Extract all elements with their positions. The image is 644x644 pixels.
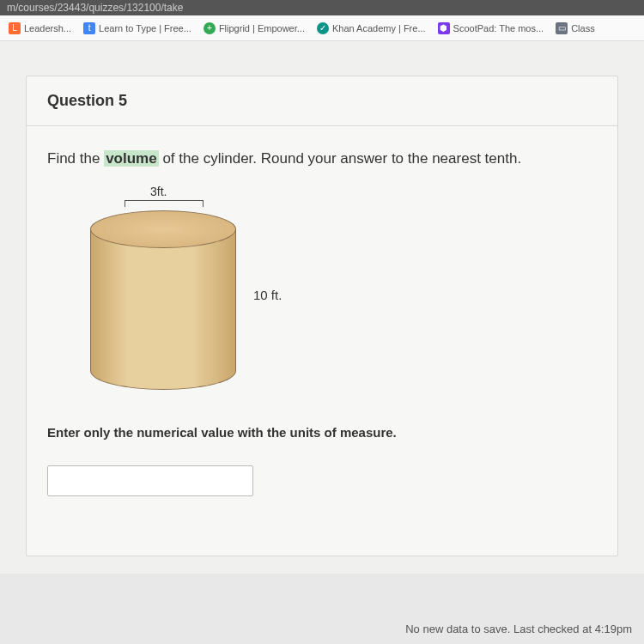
cylinder-figure: 3ft. 10 ft. bbox=[47, 185, 597, 408]
bookmark-label: Learn to Type | Free... bbox=[99, 23, 191, 33]
prompt-text-pre: Find the bbox=[47, 150, 104, 167]
bookmark-label: Leadersh... bbox=[24, 23, 71, 33]
bookmark-icon: ✓ bbox=[317, 22, 329, 34]
height-label: 10 ft. bbox=[253, 288, 282, 302]
answer-instruction: Enter only the numerical value with the … bbox=[47, 425, 597, 440]
radius-label: 3ft. bbox=[150, 185, 167, 198]
cylinder-body bbox=[90, 229, 236, 371]
bookmark-icon: L bbox=[9, 22, 21, 34]
cylinder-top-ellipse bbox=[90, 210, 236, 248]
bookmark-label: Class bbox=[571, 23, 595, 33]
answer-input[interactable] bbox=[47, 465, 253, 496]
bookmark-label: ScootPad: The mos... bbox=[453, 23, 544, 33]
bookmark-item-0[interactable]: LLeadersh... bbox=[3, 19, 76, 38]
quiz-content: Question 5 Find the volume of the cylind… bbox=[0, 41, 644, 574]
bookmark-item-3[interactable]: ✓Khan Academy | Fre... bbox=[312, 19, 431, 38]
radius-bracket bbox=[125, 200, 204, 207]
bookmark-label: Flipgrid | Empower... bbox=[219, 23, 305, 33]
prompt-highlight: volume bbox=[104, 150, 159, 167]
bookmark-item-1[interactable]: tLearn to Type | Free... bbox=[78, 19, 197, 38]
bookmark-icon: + bbox=[204, 22, 216, 34]
bookmark-item-4[interactable]: ⬢ScootPad: The mos... bbox=[433, 19, 550, 38]
bookmark-icon: ▭ bbox=[556, 22, 568, 34]
bookmark-item-5[interactable]: ▭Class bbox=[550, 19, 600, 38]
url-text: m/courses/23443/quizzes/132100/take bbox=[7, 2, 183, 14]
cylinder-shape bbox=[90, 210, 236, 391]
prompt-text-post: of the cylinder. Round your answer to th… bbox=[159, 150, 521, 167]
bookmarks-bar: LLeadersh...tLearn to Type | Free...+Fli… bbox=[0, 15, 644, 41]
question-header: Question 5 bbox=[27, 76, 617, 126]
question-card: Question 5 Find the volume of the cylind… bbox=[26, 76, 618, 556]
question-body: Find the volume of the cylinder. Round y… bbox=[27, 126, 617, 520]
bookmark-icon: ⬢ bbox=[438, 22, 450, 34]
autosave-status: No new data to save. Last checked at 4:1… bbox=[400, 617, 637, 641]
url-bar: m/courses/23443/quizzes/132100/take bbox=[0, 0, 644, 15]
bookmark-icon: t bbox=[83, 22, 95, 34]
question-prompt: Find the volume of the cylinder. Round y… bbox=[47, 150, 597, 167]
bookmark-item-2[interactable]: +Flipgrid | Empower... bbox=[198, 19, 310, 38]
bookmark-label: Khan Academy | Fre... bbox=[332, 23, 426, 33]
